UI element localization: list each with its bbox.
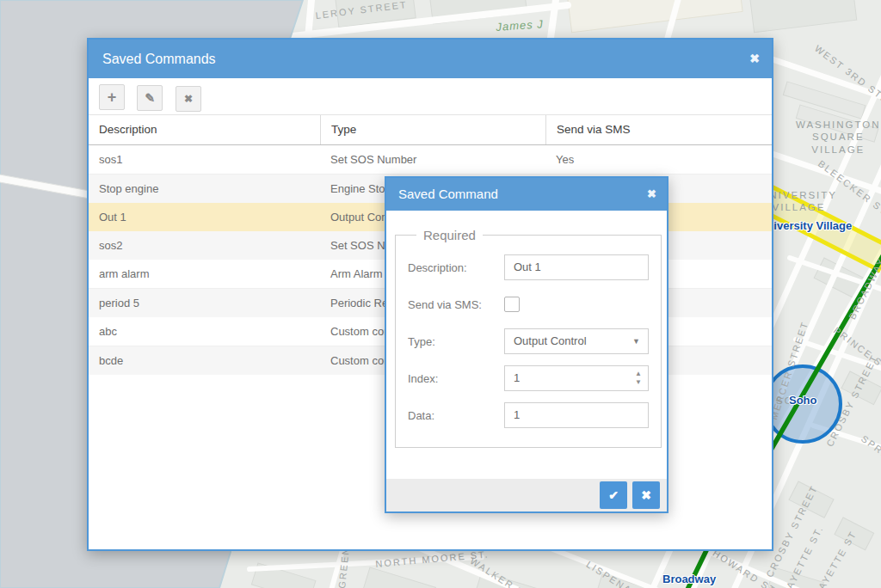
sms-label: Send via SMS: (408, 298, 504, 311)
table-cell: Set SOS Number (320, 145, 545, 174)
zone-soho-circle[interactable] (765, 366, 841, 442)
column-description[interactable]: Description (89, 115, 320, 144)
close-icon[interactable]: ✖ (647, 178, 656, 211)
table-header: Description Type Send via SMS (89, 114, 772, 145)
check-icon: ✔ (608, 488, 619, 502)
chevron-down-icon: ▼ (632, 329, 640, 353)
stepper-arrows[interactable]: ▲ ▼ (635, 370, 642, 387)
saved-command-form: Required Description: Out 1 Send via SMS… (386, 211, 667, 448)
table-cell: period 5 (89, 289, 320, 317)
delete-icon: ✖ (184, 93, 193, 105)
commands-toolbar: + ✎ ✖ (89, 78, 772, 114)
form-footer: ✔ ✖ (386, 479, 667, 511)
table-cell: Stop engine (89, 175, 320, 203)
index-value: 1 (514, 371, 520, 384)
data-input[interactable]: 1 (504, 402, 649, 428)
table-cell: sos1 (89, 145, 320, 174)
required-legend: Required (416, 228, 483, 242)
sms-checkbox[interactable] (504, 297, 520, 312)
table-cell: bcde (89, 346, 320, 375)
description-input[interactable]: Out 1 (504, 254, 649, 280)
description-label: Description: (408, 261, 504, 274)
spin-down-icon[interactable]: ▼ (635, 378, 642, 387)
column-type[interactable]: Type (320, 115, 545, 144)
table-cell: Yes (545, 145, 772, 174)
table-cell: Out 1 (89, 203, 320, 231)
saved-commands-titlebar[interactable]: Saved Commands ✖ (89, 40, 772, 78)
confirm-button[interactable]: ✔ (600, 481, 627, 509)
saved-commands-title: Saved Commands (102, 52, 216, 66)
delete-command-button[interactable]: ✖ (176, 86, 201, 112)
sms-row: Send via SMS: (408, 291, 649, 317)
data-label: Data: (408, 409, 504, 422)
table-row[interactable]: sos1Set SOS NumberYes (89, 145, 772, 175)
type-label: Type: (408, 335, 504, 348)
column-send-via-sms[interactable]: Send via SMS (545, 115, 772, 144)
screen: LEROY STREETJames JWEST 3RD STRWASHINGTO… (0, 0, 881, 588)
saved-command-titlebar[interactable]: Saved Command ✖ (386, 178, 667, 211)
type-select[interactable]: Output Control ▼ (504, 328, 649, 354)
data-row: Data: 1 (408, 402, 649, 428)
type-select-value: Output Control (514, 334, 587, 347)
saved-command-dialog: Saved Command ✖ Required Description: Ou… (385, 176, 668, 513)
cancel-button[interactable]: ✖ (632, 481, 660, 509)
table-cell: sos2 (89, 231, 320, 260)
description-row: Description: Out 1 (408, 254, 649, 280)
x-icon: ✖ (641, 488, 651, 502)
index-stepper[interactable]: 1 ▲ ▼ (504, 365, 649, 391)
saved-command-title: Saved Command (398, 187, 498, 201)
plus-icon: + (108, 89, 117, 107)
close-icon[interactable]: ✖ (749, 40, 760, 78)
table-cell: arm alarm (89, 260, 320, 288)
index-row: Index: 1 ▲ ▼ (408, 365, 649, 391)
pencil-icon: ✎ (145, 91, 156, 105)
edit-command-button[interactable]: ✎ (137, 85, 163, 111)
required-fieldset: Required Description: Out 1 Send via SMS… (395, 228, 662, 448)
table-cell: abc (89, 317, 320, 346)
spin-up-icon[interactable]: ▲ (635, 370, 642, 378)
index-label: Index: (408, 372, 504, 385)
type-row: Type: Output Control ▼ (408, 328, 649, 354)
add-command-button[interactable]: + (99, 84, 125, 110)
